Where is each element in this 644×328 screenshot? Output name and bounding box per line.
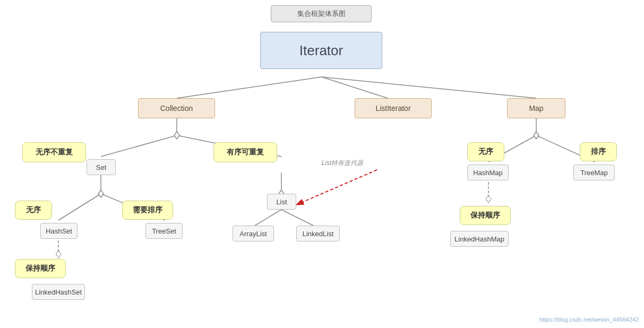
note-wuxu-set-text: 无序 [26,205,41,215]
hashset-text: HashSet [46,227,72,235]
linkedhashmap-text: LinkedHashMap [454,235,504,243]
svg-marker-22 [534,132,539,139]
set-text: Set [96,163,107,171]
collection-text: Collection [160,104,193,113]
note-wuxu-map: 无序 [467,142,504,161]
linkedlist-node: LinkedList [296,226,340,241]
svg-line-12 [281,210,313,226]
linkedhashmap-node: LinkedHashMap [450,231,509,247]
hashmap-text: HashMap [473,169,503,177]
linkedhashset-node: LinkedHashSet [32,284,85,300]
map-node: Map [507,98,565,118]
note-baochi-shunxu-map-text: 保持顺序 [470,211,500,220]
collection-node: Collection [138,98,215,118]
watermark-text: https://blog.csdn.net/weixin_44564242 [539,316,639,323]
note-baochi-shunxu-set-text: 保持顺序 [25,264,55,273]
svg-line-4 [101,135,177,157]
list-text: List [276,198,287,206]
note-wuxubuchongfu-text: 无序不重复 [36,148,73,157]
arraylist-node: ArrayList [233,226,274,241]
hashmap-node: HashMap [467,165,509,180]
note-youxukechongfu: 有序可重复 [213,142,277,162]
svg-marker-23 [486,195,491,203]
note-baochi-shunxu-map: 保持顺序 [460,206,511,225]
svg-line-0 [177,77,322,98]
note-paixu-map: 排序 [580,142,617,161]
listiterator-label: List特有迭代器 [308,157,377,169]
set-node: Set [87,159,116,175]
title-node: 集合框架体系图 [271,5,372,22]
map-text: Map [529,104,543,113]
note-xuyao-paixu-text: 需要排序 [133,205,162,215]
svg-line-2 [322,77,536,98]
note-wuxu-set: 无序 [15,201,52,220]
svg-marker-20 [56,251,61,258]
note-youxukechongfu-text: 有序可重复 [227,148,264,157]
hashset-node: HashSet [40,223,78,239]
watermark: https://blog.csdn.net/weixin_44564242 [539,316,639,323]
note-paixu-map-text: 排序 [591,147,606,157]
svg-marker-19 [98,190,104,197]
linkedlist-text: LinkedList [303,230,334,238]
treeset-text: TreeSet [152,227,176,235]
note-wuxubuchongfu: 无序不重复 [22,142,86,162]
note-baochi-shunxu-set: 保持顺序 [15,259,66,278]
svg-line-7 [58,194,101,220]
arraylist-text: ArrayList [239,230,267,238]
title-text: 集合框架体系图 [297,9,346,19]
svg-marker-18 [174,132,179,139]
iterator-text: Iterator [299,42,343,59]
listiterator-node: ListIterator [355,98,432,118]
svg-line-11 [255,210,281,226]
list-node: List [267,194,296,210]
treemap-node: TreeMap [573,165,615,180]
svg-line-1 [322,77,388,98]
note-wuxu-map-text: 无序 [478,147,493,157]
treemap-text: TreeMap [580,169,608,177]
iterator-node: Iterator [260,32,382,69]
note-xuyao-paixu: 需要排序 [122,201,173,220]
listiterator-text: ListIterator [375,104,410,113]
treeset-node: TreeSet [145,223,183,239]
diagram-container: 集合框架体系图 Iterator Collection ListIterator… [0,0,644,328]
listiterator-label-text: List特有迭代器 [322,159,364,168]
linkedhashset-text: LinkedHashSet [35,288,82,296]
svg-line-13 [297,170,377,204]
